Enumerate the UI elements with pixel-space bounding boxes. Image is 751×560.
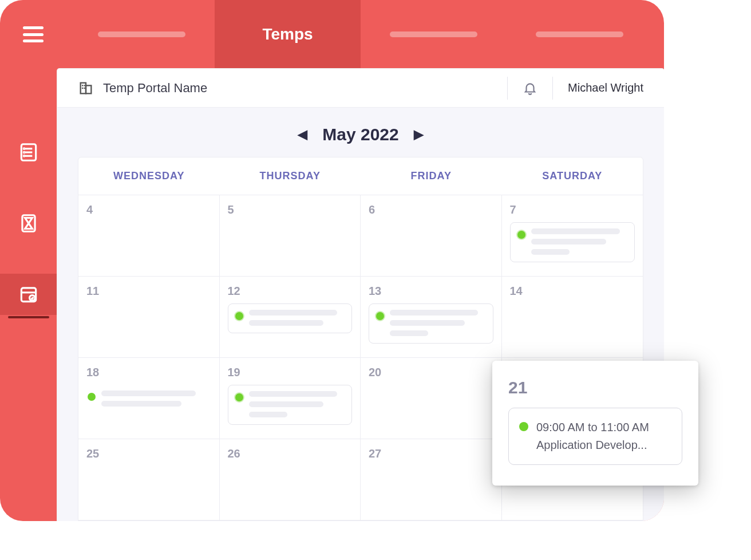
day-cell[interactable]: 6 — [361, 195, 502, 277]
rail-item-timesheet[interactable] — [0, 203, 57, 244]
portal-bar: Temp Portal Name Michael Wright — [57, 69, 664, 108]
event-placeholder — [249, 310, 345, 326]
portal-right: Michael Wright — [507, 77, 643, 100]
svg-rect-13 — [82, 85, 83, 86]
tab-temps-label: Temps — [262, 25, 313, 44]
left-rail — [0, 69, 57, 521]
dow-header: WEDNESDAY — [78, 157, 220, 195]
month-nav: ◀ May 2022 ▶ — [57, 119, 664, 157]
dow-header: THURSDAY — [220, 157, 361, 195]
status-dot-icon — [519, 422, 528, 431]
portal-name: Temp Portal Name — [103, 81, 207, 96]
week-row: 11121314 — [78, 277, 643, 358]
user-name[interactable]: Michael Wright — [568, 81, 643, 94]
day-cell[interactable]: 5 — [220, 195, 361, 277]
popout-time: 09:00 AM to 11:00 AM — [536, 419, 649, 436]
tab-row: Temps — [69, 0, 653, 69]
status-dot-icon — [235, 312, 243, 320]
hourglass-icon — [18, 212, 39, 234]
rail-item-calendar[interactable] — [0, 274, 57, 315]
event-card[interactable] — [228, 303, 353, 333]
rail-item-list[interactable] — [0, 132, 57, 173]
prev-month-icon[interactable]: ◀ — [298, 127, 307, 142]
event-placeholder — [101, 391, 204, 407]
day-number: 13 — [369, 285, 493, 298]
week-row: 4567 — [78, 195, 643, 277]
event-card[interactable] — [228, 385, 353, 425]
day-number: 27 — [369, 447, 493, 460]
day-number: 12 — [228, 285, 353, 298]
day-cell[interactable]: 7 — [502, 195, 643, 277]
day-number: 25 — [86, 447, 211, 460]
calendar-check-icon — [18, 283, 39, 305]
bell-icon[interactable] — [523, 81, 537, 96]
day-number: 4 — [86, 203, 211, 216]
day-cell[interactable]: 12 — [220, 277, 361, 358]
divider — [552, 77, 553, 100]
dow-row: WEDNESDAYTHURSDAYFRIDAYSATURDAY — [78, 157, 643, 195]
month-label: May 2022 — [322, 125, 398, 144]
day-number: 14 — [510, 285, 635, 298]
list-icon — [18, 141, 39, 163]
day-cell[interactable]: 13 — [361, 277, 502, 358]
portal-left: Temp Portal Name — [78, 80, 207, 96]
divider — [507, 77, 508, 100]
day-cell[interactable]: 11 — [78, 277, 220, 358]
svg-rect-15 — [82, 87, 83, 88]
dow-header: FRIDAY — [361, 157, 502, 195]
svg-rect-16 — [84, 87, 85, 88]
day-number: 11 — [86, 285, 211, 298]
day-cell[interactable]: 26 — [220, 439, 361, 520]
day-number: 19 — [228, 366, 353, 379]
topbar: Temps — [0, 0, 664, 69]
tab-placeholder-3[interactable] — [507, 0, 653, 69]
status-dot-icon — [376, 312, 384, 320]
day-number: 6 — [369, 203, 493, 216]
day-cell[interactable]: 19 — [220, 358, 361, 439]
building-icon — [78, 80, 94, 96]
day-cell[interactable]: 18 — [78, 358, 220, 439]
day-cell[interactable]: 25 — [78, 439, 220, 520]
day-number: 20 — [369, 366, 493, 379]
next-month-icon[interactable]: ▶ — [414, 127, 424, 142]
event-placeholder — [390, 310, 486, 336]
status-dot-icon — [517, 231, 525, 239]
day-number: 18 — [86, 366, 211, 379]
day-cell[interactable]: 4 — [78, 195, 220, 277]
day-popout: 21 09:00 AM to 11:00 AM Application Deve… — [492, 361, 698, 486]
day-number: 5 — [228, 203, 353, 216]
tab-placeholder-2[interactable] — [361, 0, 507, 69]
status-dot-icon — [88, 393, 96, 401]
popout-day: 21 — [508, 378, 682, 397]
day-cell[interactable]: 20 — [361, 358, 502, 439]
event-placeholder — [249, 391, 345, 417]
status-dot-icon — [235, 393, 243, 401]
dow-header: SATURDAY — [502, 157, 643, 195]
event-card[interactable] — [369, 303, 493, 344]
day-cell[interactable]: 14 — [502, 277, 643, 358]
event-placeholder — [531, 228, 628, 255]
day-cell[interactable]: 27 — [361, 439, 502, 520]
tab-placeholder-1[interactable] — [69, 0, 215, 69]
event-card[interactable] — [510, 222, 635, 262]
svg-rect-12 — [86, 85, 91, 93]
popout-title: Application Develop... — [536, 436, 649, 454]
svg-point-2 — [23, 148, 25, 149]
day-number: 26 — [228, 447, 353, 460]
day-number: 7 — [510, 203, 635, 216]
svg-rect-14 — [84, 85, 85, 86]
popout-event[interactable]: 09:00 AM to 11:00 AM Application Develop… — [508, 408, 682, 465]
tab-temps[interactable]: Temps — [215, 0, 361, 69]
event-card[interactable] — [86, 385, 211, 413]
svg-point-6 — [23, 156, 25, 157]
hamburger-menu-icon[interactable] — [23, 26, 44, 42]
popout-text: 09:00 AM to 11:00 AM Application Develop… — [536, 419, 649, 454]
svg-point-4 — [23, 152, 25, 153]
